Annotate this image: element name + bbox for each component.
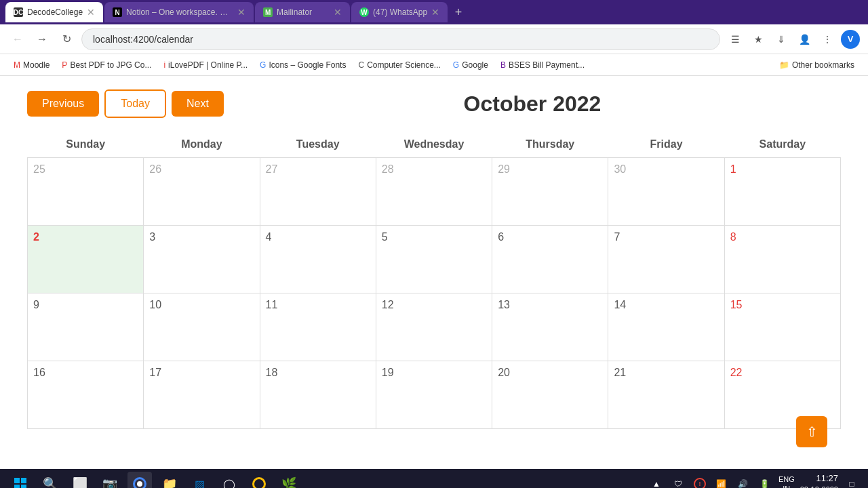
calendar-cell-w3d0[interactable]: 16 bbox=[28, 361, 144, 429]
tab-2-title: Notion – One workspace. Every t... bbox=[126, 7, 233, 17]
calendar-cell-w1d4[interactable]: 6 bbox=[492, 226, 608, 293]
calendar-cell-w0d3[interactable]: 28 bbox=[376, 158, 492, 226]
calendar-cell-w3d1[interactable]: 17 bbox=[144, 361, 260, 429]
calendar-grid: Sunday Monday Tuesday Wednesday Thursday… bbox=[27, 131, 841, 429]
bookmark-bses-favicon: B bbox=[500, 60, 506, 70]
tab-4-close[interactable]: ✕ bbox=[431, 7, 439, 18]
calendar-cell-w2d1[interactable]: 10 bbox=[144, 293, 260, 361]
calendar-cell-w2d2[interactable]: 11 bbox=[260, 293, 376, 361]
leaf-icon-button[interactable]: 🌿 bbox=[277, 472, 301, 488]
calendar-cell-w0d5[interactable]: 30 bbox=[608, 158, 724, 226]
chrome-taskbar-2[interactable] bbox=[247, 472, 271, 488]
back-button[interactable]: ← bbox=[8, 30, 27, 49]
calendar-cell-w0d2[interactable]: 27 bbox=[260, 158, 376, 226]
bookmark-bses[interactable]: B BSES Bill Payment... bbox=[495, 59, 590, 71]
task-view-button[interactable]: ⬜ bbox=[68, 472, 92, 488]
prev-button[interactable]: Previous bbox=[27, 91, 99, 117]
calendar-cell-w1d5[interactable]: 7 bbox=[608, 226, 724, 293]
calendar-cell-w0d0[interactable]: 25 bbox=[28, 158, 144, 226]
bookmark-other[interactable]: 📁 Other bookmarks bbox=[774, 59, 860, 71]
calendar-cell-w2d5[interactable]: 14 bbox=[608, 293, 724, 361]
chrome-taskbar-button[interactable] bbox=[127, 472, 152, 488]
calendar-week-1: 2345678 bbox=[28, 226, 841, 293]
calendar-cell-w1d2[interactable]: 4 bbox=[260, 226, 376, 293]
bookmark-icons-label: Icons – Google Fonts bbox=[269, 60, 346, 70]
bookmark-pdf[interactable]: P Best PDF to JPG Co... bbox=[56, 59, 157, 71]
system-clock[interactable]: 11:27 02-10-2022 bbox=[800, 472, 838, 488]
calendar-cell-w0d6[interactable]: 1 bbox=[724, 158, 840, 226]
tab-2-close[interactable]: ✕ bbox=[237, 7, 245, 18]
battery-icon[interactable]: 🔋 bbox=[757, 476, 773, 488]
bookmark-cs-label: Computer Science... bbox=[367, 60, 441, 70]
calendar-cell-w0d4[interactable]: 29 bbox=[492, 158, 608, 226]
notification-tray-button[interactable]: □ bbox=[844, 476, 860, 488]
search-taskbar-button[interactable]: 🔍 bbox=[38, 472, 62, 488]
settings-icon[interactable]: ⋮ bbox=[818, 30, 837, 49]
bookmark-icons[interactable]: G Icons – Google Fonts bbox=[254, 59, 351, 71]
tab-4[interactable]: W (47) WhatsApp ✕ bbox=[351, 2, 448, 22]
tray-arrow-icon[interactable]: ▲ bbox=[648, 476, 665, 488]
calendar-cell-w2d0[interactable]: 9 bbox=[28, 293, 144, 361]
profile-button[interactable]: V bbox=[841, 30, 860, 49]
language-indicator[interactable]: ENG IN bbox=[778, 474, 795, 488]
today-button[interactable]: Today bbox=[104, 89, 166, 118]
refresh-button[interactable]: ↻ bbox=[57, 30, 76, 49]
extensions-icon[interactable]: ☰ bbox=[726, 30, 745, 49]
calendar-cell-w3d5[interactable]: 21 bbox=[608, 361, 724, 429]
calendar-cell-w2d3[interactable]: 12 bbox=[376, 293, 492, 361]
bookmark-cs[interactable]: C Computer Science... bbox=[353, 59, 446, 71]
tab-1[interactable]: DC DecodeCollege ✕ bbox=[5, 2, 103, 22]
calendar-cell-w1d0[interactable]: 2 bbox=[28, 226, 144, 293]
bookmark-ilovepdf-label: iLovePDF | Online P... bbox=[168, 60, 248, 70]
day-number-w1d5: 7 bbox=[614, 231, 620, 243]
browser-window: DC DecodeCollege ✕ N Notion – One worksp… bbox=[0, 0, 868, 469]
next-button[interactable]: Next bbox=[172, 91, 224, 117]
nav-bar: ← → ↻ localhost:4200/calendar ☰ ★ ⇓ 👤 ⋮ … bbox=[0, 24, 868, 54]
day-headers-row: Sunday Monday Tuesday Wednesday Thursday… bbox=[28, 131, 841, 158]
calendar-cell-w2d4[interactable]: 13 bbox=[492, 293, 608, 361]
calendar-cell-w3d3[interactable]: 19 bbox=[376, 361, 492, 429]
new-tab-button[interactable]: + bbox=[449, 3, 468, 22]
meet-now-button[interactable]: 📷 bbox=[98, 472, 122, 488]
forward-button[interactable]: → bbox=[33, 30, 52, 49]
windows-start-button[interactable] bbox=[8, 472, 33, 488]
calendar-cell-w1d3[interactable]: 5 bbox=[376, 226, 492, 293]
svg-rect-1 bbox=[21, 478, 26, 483]
tab-2[interactable]: N Notion – One workspace. Every t... ✕ bbox=[104, 2, 254, 22]
calendar-cell-w2d6[interactable]: 15 bbox=[724, 293, 840, 361]
chrome-notification-icon[interactable]: ! bbox=[692, 476, 708, 488]
vscode-button[interactable]: ▨ bbox=[187, 472, 212, 488]
bookmark-google[interactable]: G Google bbox=[448, 59, 494, 71]
bookmark-pdf-label: Best PDF to JPG Co... bbox=[70, 60, 151, 70]
bookmark-icon[interactable]: ★ bbox=[749, 30, 768, 49]
download-icon[interactable]: ⇓ bbox=[772, 30, 791, 49]
day-number-w2d0: 9 bbox=[33, 299, 39, 310]
col-saturday: Saturday bbox=[724, 131, 840, 158]
calendar-cell-w3d2[interactable]: 18 bbox=[260, 361, 376, 429]
tab-4-favicon: W bbox=[359, 7, 369, 17]
bookmark-bses-label: BSES Bill Payment... bbox=[509, 60, 585, 70]
wifi-icon[interactable]: 📶 bbox=[713, 476, 730, 488]
bookmark-ilovepdf-favicon: i bbox=[163, 60, 165, 70]
github-button[interactable]: ◯ bbox=[217, 472, 241, 488]
tab-3-close[interactable]: ✕ bbox=[334, 7, 342, 18]
tab-1-close[interactable]: ✕ bbox=[87, 7, 95, 18]
scroll-up-button[interactable]: ⇧ bbox=[796, 416, 827, 447]
account-icon[interactable]: 👤 bbox=[795, 30, 814, 49]
tab-3[interactable]: M Mailinator ✕ bbox=[255, 2, 350, 22]
region-text: IN bbox=[783, 484, 790, 488]
address-bar[interactable]: localhost:4200/calendar bbox=[81, 28, 720, 50]
calendar-cell-w1d6[interactable]: 8 bbox=[724, 226, 840, 293]
calendar-week-2: 9101112131415 bbox=[28, 293, 841, 361]
antivirus-tray-icon[interactable]: 🛡 bbox=[670, 476, 686, 488]
day-number-w3d0: 16 bbox=[33, 367, 45, 378]
calendar-cell-w3d4[interactable]: 20 bbox=[492, 361, 608, 429]
bookmark-moodle[interactable]: M Moodle bbox=[8, 59, 55, 71]
volume-icon[interactable]: 🔊 bbox=[735, 476, 751, 488]
bookmark-ilovepdf[interactable]: i iLovePDF | Online P... bbox=[158, 59, 253, 71]
calendar-cell-w0d1[interactable]: 26 bbox=[144, 158, 260, 226]
day-number-w3d4: 20 bbox=[498, 367, 510, 378]
calendar-cell-w1d1[interactable]: 3 bbox=[144, 226, 260, 293]
tab-bar: DC DecodeCollege ✕ N Notion – One worksp… bbox=[0, 0, 868, 24]
file-explorer-button[interactable]: 📁 bbox=[157, 472, 182, 488]
